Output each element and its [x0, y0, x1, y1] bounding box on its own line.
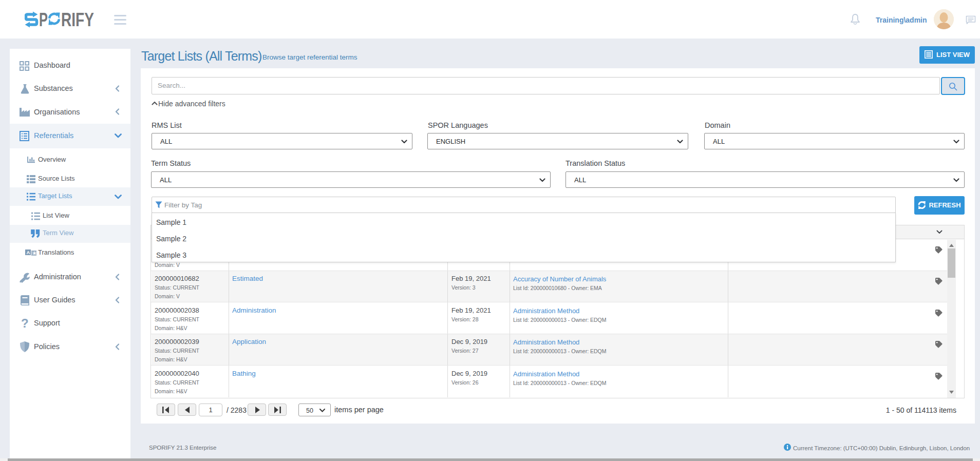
svg-text:RIFY: RIFY: [61, 9, 94, 30]
svg-text:A: A: [26, 249, 30, 255]
svg-text:P: P: [39, 9, 48, 30]
svg-text:★: ★: [32, 251, 36, 256]
